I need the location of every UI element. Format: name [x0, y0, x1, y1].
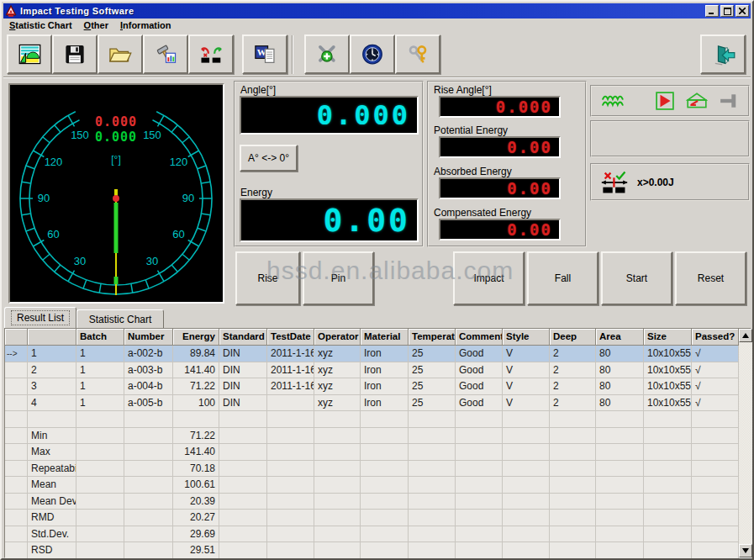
table-cell[interactable]: V	[503, 378, 550, 395]
column-header[interactable]: Operator	[314, 329, 361, 346]
table-cell[interactable]	[692, 510, 739, 526]
table-cell[interactable]	[124, 461, 173, 478]
table-cell[interactable]	[76, 510, 124, 526]
table-cell[interactable]: 70.18	[173, 461, 219, 478]
table-cell[interactable]	[692, 542, 739, 559]
table-cell[interactable]: 2	[550, 378, 596, 395]
table-cell[interactable]	[267, 494, 314, 510]
table-cell[interactable]	[409, 461, 456, 478]
column-header[interactable]: Comment	[456, 329, 503, 346]
table-cell[interactable]	[596, 461, 644, 478]
column-header[interactable]: Passed?	[692, 329, 739, 346]
table-cell[interactable]	[76, 494, 124, 510]
table-cell[interactable]: 10x10x55	[644, 395, 692, 412]
table-cell[interactable]: 89.84	[173, 346, 219, 362]
table-cell[interactable]	[550, 526, 596, 543]
table-cell[interactable]: 10x10x55	[644, 378, 692, 395]
table-cell[interactable]	[692, 411, 739, 428]
table-cell[interactable]: Mean Dev.	[28, 494, 76, 510]
table-cell[interactable]	[76, 526, 124, 543]
open-button[interactable]	[98, 34, 143, 74]
table-cell[interactable]	[124, 444, 173, 461]
table-cell[interactable]	[361, 411, 409, 428]
table-cell[interactable]: 10x10x55	[644, 346, 692, 362]
table-cell[interactable]	[456, 411, 503, 428]
table-cell[interactable]: 1	[76, 362, 124, 379]
table-cell[interactable]	[692, 477, 739, 494]
table-cell[interactable]	[267, 510, 314, 526]
table-cell[interactable]	[76, 428, 124, 445]
table-cell[interactable]	[361, 526, 409, 543]
table-cell[interactable]	[503, 542, 550, 559]
table-cell[interactable]: Good	[456, 378, 503, 395]
column-header[interactable]: Size	[644, 329, 692, 346]
table-cell[interactable]: a-003-b	[124, 362, 173, 379]
table-cell[interactable]	[28, 411, 76, 428]
scroll-up-button[interactable]	[739, 329, 752, 342]
table-cell[interactable]	[692, 444, 739, 461]
table-cell[interactable]	[692, 461, 739, 478]
reset-button[interactable]: Reset	[675, 251, 746, 305]
table-cell[interactable]	[596, 526, 644, 543]
tab-result-list[interactable]: Result List	[4, 307, 76, 328]
table-cell[interactable]	[5, 542, 28, 559]
table-cell[interactable]	[124, 428, 173, 445]
table-cell[interactable]	[596, 428, 644, 445]
column-header[interactable]	[28, 329, 76, 346]
table-cell[interactable]	[124, 542, 173, 559]
table-cell[interactable]: Std.Dev.	[28, 526, 76, 543]
table-cell[interactable]	[5, 395, 28, 412]
table-cell[interactable]: DIN	[219, 362, 267, 379]
table-cell[interactable]: 71.22	[173, 378, 219, 395]
table-cell[interactable]	[5, 428, 28, 445]
minimize-button[interactable]	[705, 5, 719, 17]
table-cell[interactable]	[76, 411, 124, 428]
table-cell[interactable]: 2011-1-16	[267, 346, 314, 362]
table-cell[interactable]	[219, 411, 267, 428]
table-cell[interactable]	[219, 526, 267, 543]
table-cell[interactable]	[219, 542, 267, 559]
table-cell[interactable]	[644, 444, 692, 461]
scroll-down-button[interactable]	[739, 544, 752, 557]
column-header[interactable]: Material	[361, 329, 409, 346]
table-cell[interactable]: 80	[596, 378, 644, 395]
table-row[interactable]: Std.Dev.29.69	[5, 526, 739, 543]
table-cell[interactable]	[692, 526, 739, 543]
save-button[interactable]	[52, 34, 98, 74]
table-row[interactable]: RMD20.27	[5, 510, 739, 526]
table-cell[interactable]	[76, 461, 124, 478]
table-cell[interactable]	[409, 411, 456, 428]
table-cell[interactable]	[456, 428, 503, 445]
table-cell[interactable]: a-002-b	[124, 346, 173, 362]
table-cell[interactable]	[550, 542, 596, 559]
word-export-button[interactable]: W	[242, 34, 287, 74]
table-cell[interactable]	[267, 542, 314, 559]
key-button[interactable]	[395, 34, 440, 74]
table-cell[interactable]	[314, 542, 361, 559]
table-cell[interactable]	[596, 542, 644, 559]
table-cell[interactable]: V	[503, 395, 550, 412]
table-cell[interactable]	[409, 477, 456, 494]
table-cell[interactable]	[5, 526, 28, 543]
column-header[interactable]: Deep	[550, 329, 596, 346]
table-cell[interactable]	[5, 378, 28, 395]
column-header[interactable]	[5, 329, 28, 346]
table-cell[interactable]: Max	[28, 444, 76, 461]
table-cell[interactable]: 1	[76, 395, 124, 412]
menu-other[interactable]: Other	[78, 18, 114, 31]
table-cell[interactable]: Iron	[361, 378, 409, 395]
title-bar[interactable]: Impact Testing Software	[3, 3, 751, 18]
table-cell[interactable]: 3	[28, 378, 76, 395]
table-cell[interactable]	[456, 526, 503, 543]
table-cell[interactable]	[267, 428, 314, 445]
table-cell[interactable]: V	[503, 362, 550, 379]
column-header[interactable]: Batch	[76, 329, 124, 346]
table-cell[interactable]	[456, 477, 503, 494]
table-cell[interactable]	[456, 444, 503, 461]
table-cell[interactable]	[361, 542, 409, 559]
table-cell[interactable]	[596, 510, 644, 526]
fall-button[interactable]: Fall	[527, 251, 598, 305]
table-cell[interactable]: Repeatabili	[28, 461, 76, 478]
table-cell[interactable]: 4	[28, 395, 76, 412]
table-row[interactable]: 41a-005-b100DINxyzIron25GoodV28010x10x55…	[5, 395, 739, 412]
